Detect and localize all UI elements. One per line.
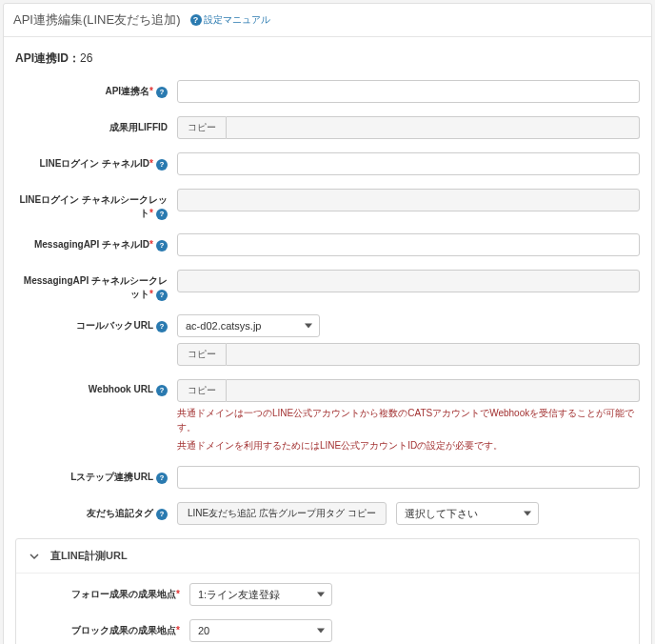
input-msg-secret[interactable] xyxy=(177,270,640,292)
friend-tag-copy-button[interactable]: LINE友だち追記 広告グループ用タグ コピー xyxy=(177,502,387,525)
label-webhook: Webhook URL? xyxy=(15,379,177,453)
select-block-conversion[interactable]: 20 xyxy=(189,619,332,642)
help-icon: ? xyxy=(190,14,202,26)
webhook-note-2: 共通ドメインを利用するためにはLINE公式アカウントIDの設定が必要です。 xyxy=(177,438,640,453)
label-lstep: Lステップ連携URL? xyxy=(15,466,177,489)
help-icon[interactable]: ? xyxy=(156,87,168,98)
section-id-title: API連携ID：26 xyxy=(15,50,640,67)
card-header: API連携編集(LINE友だち追加) ? 設定マニュアル xyxy=(4,4,651,37)
accordion-direct-line-toggle[interactable]: 直LINE計測URL xyxy=(16,539,639,573)
webhook-url-value xyxy=(227,379,640,402)
label-follow-conversion: フォロー成果の成果地点* xyxy=(28,583,189,606)
accordion-direct-line-title: 直LINE計測URL xyxy=(50,549,128,563)
help-icon[interactable]: ? xyxy=(156,321,168,332)
input-login-secret[interactable] xyxy=(177,189,640,211)
copy-webhook-button[interactable]: コピー xyxy=(177,379,227,402)
label-liff-id: 成果用LIFFID xyxy=(15,116,177,139)
accordion-direct-line: 直LINE計測URL フォロー成果の成果地点* 1:ライン友達登録 ブロック成 xyxy=(15,538,640,644)
card-title: API連携編集(LINE友だち追加) xyxy=(13,11,181,29)
label-login-secret: LINEログイン チャネルシークレット*? xyxy=(15,189,177,220)
input-api-name[interactable] xyxy=(177,80,640,103)
label-callback: コールバックURL? xyxy=(15,314,177,366)
input-lstep-url[interactable] xyxy=(177,466,640,489)
help-icon[interactable]: ? xyxy=(156,240,168,252)
label-msg-channel: MessagingAPI チャネルID*? xyxy=(15,233,177,256)
select-callback-domain[interactable]: ac-d02.catsys.jp xyxy=(177,314,320,337)
webhook-note-1: 共通ドメインは一つのLINE公式アカウントから複数のCATSアカウントでWebh… xyxy=(177,406,640,434)
manual-link-label: 設定マニュアル xyxy=(204,13,270,27)
help-icon[interactable]: ? xyxy=(156,209,168,220)
copy-callback-button[interactable]: コピー xyxy=(177,343,227,366)
label-friend-tag: 友だち追記タグ? xyxy=(15,502,177,525)
select-friend-tag[interactable]: 選択して下さい xyxy=(396,502,539,525)
label-login-channel: LINEログイン チャネルID*? xyxy=(15,152,177,175)
label-msg-secret: MessagingAPI チャネルシークレット*? xyxy=(15,270,177,301)
manual-link[interactable]: ? 設定マニュアル xyxy=(190,13,270,27)
select-follow-conversion[interactable]: 1:ライン友達登録 xyxy=(189,583,332,606)
api-integration-card: API連携編集(LINE友だち追加) ? 設定マニュアル API連携ID：26 … xyxy=(3,3,652,644)
help-icon[interactable]: ? xyxy=(156,385,168,396)
copy-liff-button[interactable]: コピー xyxy=(177,116,227,139)
help-icon[interactable]: ? xyxy=(156,159,168,171)
help-icon[interactable]: ? xyxy=(156,290,168,301)
help-icon[interactable]: ? xyxy=(156,473,168,484)
callback-url-value xyxy=(227,343,640,366)
help-icon[interactable]: ? xyxy=(156,509,168,520)
label-block-conversion: ブロック成果の成果地点* xyxy=(28,619,189,642)
liff-id-value xyxy=(227,116,640,139)
label-api-name: API連携名*? xyxy=(15,80,177,103)
chevron-down-icon xyxy=(30,552,39,561)
input-msg-channel[interactable] xyxy=(177,233,640,256)
input-login-channel[interactable] xyxy=(177,152,640,175)
